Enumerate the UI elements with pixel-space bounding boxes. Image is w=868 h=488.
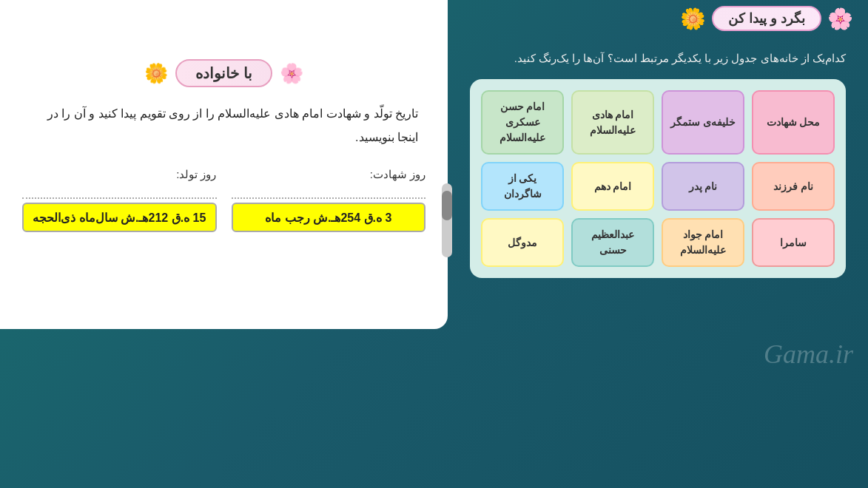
birth-dots bbox=[22, 184, 217, 199]
grid-container: امام حسن عسکری علیه‌السلام امام هادی علی… bbox=[470, 79, 846, 278]
grid-cell-2-3[interactable]: نام پدر bbox=[662, 162, 744, 211]
birth-label: روز تولد: bbox=[22, 168, 217, 181]
right-panel-title: بگرد و پیدا کن bbox=[712, 6, 821, 31]
grid-row-1: امام حسن عسکری علیه‌السلام امام هادی علی… bbox=[481, 90, 835, 155]
grid-cell-1-3[interactable]: خلیفه‌ی ستمگر bbox=[662, 90, 744, 155]
grid-row-2: یکی از شاگردان امام دهم نام پدر نام فرزن… bbox=[481, 162, 835, 211]
right-header-banner: 🌸 بگرد و پیدا کن 🌼 bbox=[680, 6, 853, 31]
left-body-text: تاریخ تولّد و شهادت امام هادی علیه‌السلا… bbox=[22, 102, 425, 149]
grid-cell-3-1[interactable]: مدوگل bbox=[481, 218, 564, 267]
left-header: 🌸 با خانواده 🌼 bbox=[22, 59, 425, 87]
flower-icon-left: 🌸 bbox=[280, 62, 303, 85]
grid-cell-3-3[interactable]: امام جواد علیه‌السلام bbox=[662, 218, 744, 267]
death-dots bbox=[232, 184, 426, 199]
form-row: روز تولد: 15 ه.ق 212هـ.ش سال‌ماه ذی‌الحج… bbox=[22, 168, 425, 232]
grid-cell-2-4[interactable]: نام فرزند bbox=[752, 162, 835, 211]
birth-value[interactable]: 15 ه.ق 212هـ.ش سال‌ماه ذی‌الحجه bbox=[22, 203, 217, 232]
right-panel: 🌸 بگرد و پیدا کن 🌼 کدام‌یک از خانه‌های ج… bbox=[448, 0, 868, 333]
flower-icon-banner-left: 🌼 bbox=[680, 7, 706, 31]
left-panel: 🌸 با خانواده 🌼 تاریخ تولّد و شهادت امام … bbox=[0, 0, 448, 329]
death-field: روز شهادت: 3 ه.ق 254هـ.ش رجب ماه bbox=[232, 168, 426, 232]
birth-field: روز تولد: 15 ه.ق 212هـ.ش سال‌ماه ذی‌الحج… bbox=[22, 168, 217, 232]
grid-cell-3-4[interactable]: سامرا bbox=[752, 218, 835, 267]
grid-cell-1-4[interactable]: محل شهادت bbox=[752, 90, 835, 155]
grid-cell-2-2[interactable]: امام دهم bbox=[571, 162, 654, 211]
flower-icon-banner-right: 🌸 bbox=[827, 7, 853, 31]
death-label: روز شهادت: bbox=[232, 168, 426, 181]
death-value[interactable]: 3 ه.ق 254هـ.ش رجب ماه bbox=[232, 203, 426, 232]
grid-row-3: مدوگل عبدالعظیم حسنی امام جواد علیه‌السل… bbox=[481, 218, 835, 267]
grid-cell-2-1[interactable]: یکی از شاگردان bbox=[481, 162, 564, 211]
left-panel-title: با خانواده bbox=[175, 59, 272, 87]
grid-cell-1-1[interactable]: امام حسن عسکری علیه‌السلام bbox=[481, 90, 564, 155]
instruction-text: کدام‌یک از خانه‌های جدول زیر با یکدیگر م… bbox=[462, 48, 853, 68]
grid-cell-3-2[interactable]: عبدالعظیم حسنی bbox=[571, 218, 654, 267]
grid-cell-1-2[interactable]: امام هادی علیه‌السلام bbox=[571, 90, 654, 155]
flower-icon-right: 🌼 bbox=[144, 62, 168, 85]
